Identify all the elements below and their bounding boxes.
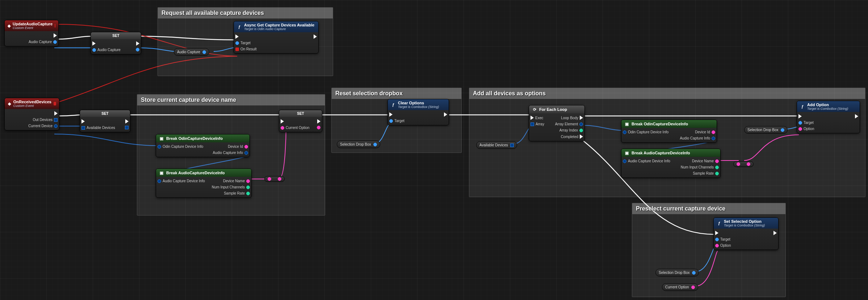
pin-label: Audio Capture Info — [213, 151, 243, 155]
pin-label: Sample Rate — [224, 191, 245, 195]
exec-in-pin[interactable] — [281, 119, 284, 124]
pin-label: On Result — [240, 47, 256, 51]
node-break-odin-1[interactable]: ▣ Break OdinCaptureDeviceInfo Odin Captu… — [156, 134, 250, 157]
pin-target[interactable] — [389, 119, 393, 123]
obj-in-pin[interactable] — [92, 48, 96, 52]
node-set-audio-capture[interactable]: SET Audio Capture — [91, 32, 141, 54]
delegate-pin[interactable] — [55, 24, 55, 28]
var-selection-dropbox-3[interactable]: Selection Drop Box — [655, 269, 699, 276]
reroute-in[interactable] — [737, 162, 740, 166]
exec-out-pin[interactable] — [580, 134, 583, 139]
int-out-pin[interactable] — [715, 172, 719, 175]
str-in-pin[interactable] — [281, 126, 284, 130]
struct-in-pin[interactable] — [623, 159, 626, 163]
int-out-pin[interactable] — [579, 129, 583, 132]
node-foreach[interactable]: ⟳ For Each Loop Exec Array Loop Body Arr… — [529, 105, 585, 141]
exec-in-pin[interactable] — [531, 116, 534, 120]
exec-out-pin[interactable] — [580, 116, 583, 120]
reroute-out[interactable] — [747, 162, 750, 166]
struct-out-pin[interactable] — [54, 124, 58, 128]
node-title: SET — [297, 112, 304, 116]
pin-target[interactable] — [715, 238, 719, 241]
pin-label: Device Id — [228, 145, 243, 149]
exec-out-pin[interactable] — [855, 114, 858, 118]
exec-in-pin[interactable] — [798, 114, 802, 118]
reroute-2[interactable] — [733, 161, 754, 167]
exec-in-pin[interactable] — [235, 34, 239, 39]
exec-in-pin[interactable] — [715, 231, 718, 235]
event-icon: ◆ — [8, 23, 11, 28]
node-break-audio-2[interactable]: ▣ Break AudioCaptureDeviceInfo Audio Cap… — [621, 149, 721, 178]
comment-preselect[interactable]: Preselect current capture device — [632, 203, 786, 297]
str-out-pin[interactable] — [317, 126, 320, 129]
break-icon: ▣ — [624, 150, 629, 155]
node-set-current-option[interactable]: SET Current Option — [279, 110, 322, 132]
exec-out-pin[interactable] — [444, 112, 447, 117]
str-out-pin[interactable] — [715, 159, 719, 163]
str-out-pin[interactable] — [246, 179, 250, 183]
exec-out-pin[interactable] — [54, 33, 57, 38]
obj-out-pin[interactable] — [373, 143, 377, 146]
node-set-selected-option[interactable]: ƒ Set Selected Option Target is ComboBox… — [713, 217, 779, 250]
var-selection-dropbox-2[interactable]: Selection Drop Box — [744, 126, 788, 134]
arr-out-pin[interactable] — [125, 126, 129, 129]
exec-in-pin[interactable] — [389, 112, 393, 117]
obj-out-pin[interactable] — [136, 48, 139, 51]
arr-in-pin[interactable] — [81, 126, 85, 130]
exec-out-pin[interactable] — [136, 41, 139, 46]
struct-out-pin[interactable] — [712, 137, 715, 140]
pin-on-result[interactable] — [235, 47, 239, 51]
exec-out-pin[interactable] — [773, 231, 777, 235]
var-selection-dropbox-1[interactable]: Selection Drop Box — [337, 141, 380, 148]
arr-in-pin[interactable] — [531, 122, 534, 126]
obj-out-pin[interactable] — [692, 271, 696, 275]
obj-out-pin[interactable] — [202, 50, 206, 54]
exec-in-pin[interactable] — [92, 41, 96, 46]
int-out-pin[interactable] — [246, 192, 250, 195]
int-out-pin[interactable] — [246, 186, 250, 189]
node-break-audio-1[interactable]: ▣ Break AudioCaptureDeviceInfo Audio Cap… — [156, 168, 252, 198]
pin-target[interactable] — [235, 41, 239, 45]
pin-option[interactable] — [798, 127, 802, 131]
delegate-pin[interactable] — [54, 102, 56, 105]
node-update-audio-capture[interactable]: ◆ UpdateAudioCapture Custom Event Audio … — [4, 20, 59, 46]
arr-out-pin[interactable] — [54, 118, 58, 122]
arr-out-pin[interactable] — [510, 143, 514, 147]
struct-in-pin[interactable] — [158, 179, 161, 183]
node-break-odin-2[interactable]: ▣ Break OdinCaptureDeviceInfo Odin Captu… — [621, 120, 717, 143]
node-title: For Each Loop — [539, 107, 567, 112]
node-title: UpdateAudioCapture — [13, 22, 53, 26]
node-add-option[interactable]: ƒ Add Option Target is ComboBox (String)… — [797, 101, 860, 133]
reroute-1[interactable] — [264, 176, 285, 182]
node-on-received-devices[interactable]: ◆ OnReceivedDevices Custom Event Out Dev… — [4, 98, 59, 130]
pin-label: Array — [536, 122, 544, 126]
obj-out-pin[interactable] — [781, 128, 784, 132]
var-audio-capture[interactable]: Audio Capture — [174, 48, 209, 56]
pin-target[interactable] — [798, 121, 802, 125]
obj-out-pin[interactable] — [53, 40, 57, 44]
var-label: Selection Drop Box — [747, 128, 779, 132]
reroute-out[interactable] — [278, 177, 281, 181]
node-set-available-devices[interactable]: SET Available Devices — [80, 110, 130, 132]
var-current-option[interactable]: Current Option — [662, 283, 698, 291]
pin-option[interactable] — [715, 244, 719, 247]
struct-out-pin[interactable] — [579, 122, 583, 126]
reroute-in[interactable] — [268, 177, 271, 181]
node-title: Async Get Capture Devices Available — [244, 23, 314, 27]
node-async-get-devices[interactable]: ƒ Async Get Capture Devices Available Ta… — [234, 21, 319, 54]
str-out-pin[interactable] — [712, 130, 715, 134]
int-out-pin[interactable] — [715, 166, 719, 169]
str-out-pin[interactable] — [691, 286, 695, 289]
struct-in-pin[interactable] — [623, 130, 626, 134]
exec-out-pin[interactable] — [314, 34, 317, 39]
exec-out-pin[interactable] — [54, 111, 58, 116]
str-out-pin[interactable] — [244, 145, 248, 149]
var-available-devices[interactable]: Available Devices — [476, 141, 517, 149]
pin-label: Option — [720, 243, 731, 247]
struct-out-pin[interactable] — [244, 151, 248, 155]
exec-out-pin[interactable] — [317, 119, 320, 124]
exec-out-pin[interactable] — [125, 119, 129, 124]
node-clear-options[interactable]: ƒ Clear Options Target is ComboBox (Stri… — [387, 99, 449, 125]
exec-in-pin[interactable] — [81, 119, 85, 124]
struct-in-pin[interactable] — [158, 145, 161, 149]
